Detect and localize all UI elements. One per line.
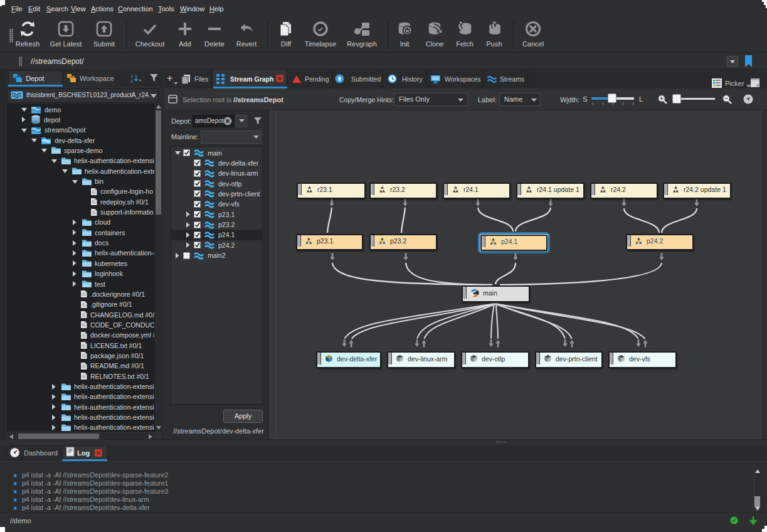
svg-text:2: 2 — [130, 78, 134, 83]
